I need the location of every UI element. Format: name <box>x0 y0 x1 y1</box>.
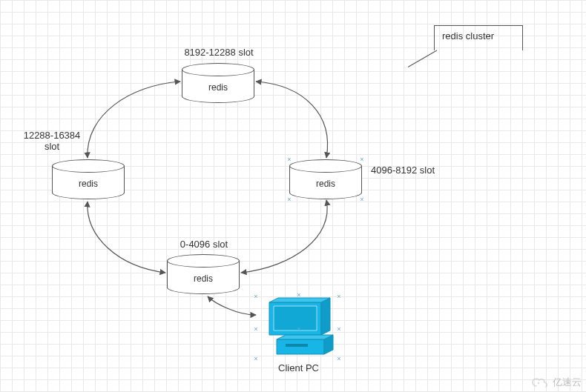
resize-handle-icon: × <box>359 156 365 162</box>
cluster-frame-title: redis cluster <box>442 30 494 41</box>
resize-handle-icon: × <box>253 326 259 332</box>
resize-handle-icon: × <box>253 293 259 299</box>
client-pc: Client PC × × × × × × × × <box>256 296 341 373</box>
redis-node-top-label: redis <box>182 82 254 93</box>
slot-label-right: 4096-8192 slot <box>371 165 452 176</box>
svg-marker-3 <box>274 306 317 330</box>
resize-handle-icon: × <box>359 196 365 202</box>
client-pc-label: Client PC <box>256 362 341 373</box>
resize-handle-icon: × <box>336 293 342 299</box>
redis-node-left: redis <box>52 159 125 199</box>
slot-label-bottom: 0-4096 slot <box>167 239 241 250</box>
resize-handle-icon: × <box>286 156 292 162</box>
svg-rect-7 <box>286 344 308 347</box>
resize-handle-icon: × <box>253 356 259 362</box>
redis-node-right-label: redis <box>289 179 362 189</box>
resize-handle-icon: × <box>296 326 302 332</box>
svg-point-8 <box>538 382 539 384</box>
slot-label-top: 8192-12288 slot <box>171 47 267 58</box>
redis-node-top: redis <box>182 63 254 103</box>
resize-handle-icon: × <box>336 356 342 362</box>
svg-marker-6 <box>277 335 333 339</box>
watermark-text: 亿速云 <box>553 376 582 389</box>
svg-marker-1 <box>321 298 330 335</box>
redis-node-left-label: redis <box>52 179 125 189</box>
diagram-stage: redis cluster 8192-12288 slot 4096-8192 … <box>0 0 586 392</box>
resize-handle-icon: × <box>286 196 292 202</box>
frame-leader-line <box>408 50 437 67</box>
resize-handle-icon: × <box>336 326 342 332</box>
resize-handle-icon: × <box>296 292 302 298</box>
redis-node-bottom: redis <box>167 254 240 294</box>
cluster-frame: redis cluster <box>434 25 523 50</box>
redis-node-bottom-label: redis <box>167 273 240 284</box>
redis-node-right: redis <box>289 159 362 199</box>
slot-label-left: 12288-16384 slot <box>15 130 89 152</box>
watermark: 亿速云 <box>532 376 582 389</box>
